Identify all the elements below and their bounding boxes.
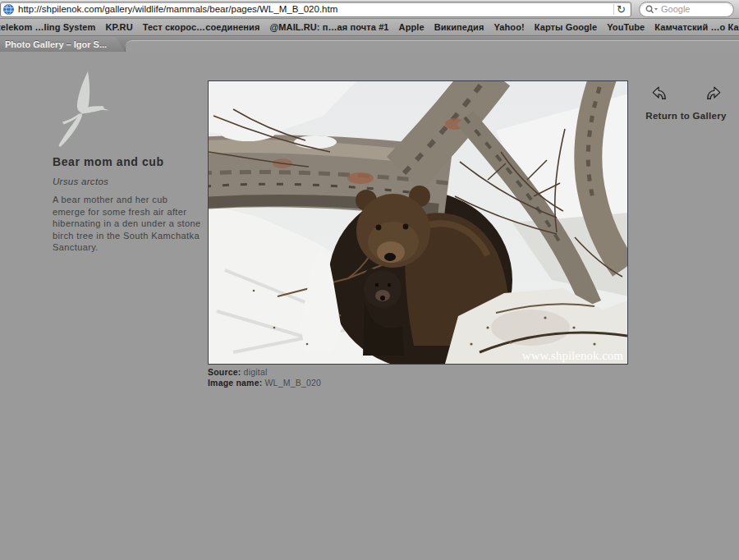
- page-content: Bear mom and cub Ursus arctos A bear mot…: [0, 52, 739, 560]
- bookmark-item[interactable]: Тест скорос…соединения: [143, 22, 260, 32]
- bookmark-item[interactable]: @MAIL.RU: п…ая почта #1: [270, 22, 389, 32]
- description-line: emerge for some fresh air after: [53, 206, 201, 218]
- image-name-value: WL_M_B_020: [262, 378, 321, 388]
- species-name: Ursus arctos: [53, 177, 108, 186]
- tab-photo-gallery[interactable]: Photo Gallery – Igor S...: [0, 37, 125, 52]
- url-text[interactable]: http://shpilenok.com/gallery/wildlife/ma…: [18, 4, 337, 14]
- image-name-label: Image name:: [208, 378, 262, 388]
- previous-photo-arrow-icon[interactable]: [650, 85, 668, 103]
- caption-image-name: Image name: WL_M_B_020: [208, 378, 628, 388]
- bookmarks-bar: telekom …ling System KP.RU Тест скорос…с…: [0, 19, 739, 36]
- source-value: digital: [241, 367, 268, 377]
- bookmark-item[interactable]: KP.RU: [105, 22, 132, 32]
- photo-block: www.shpilenok.com Source: digital Image …: [208, 80, 628, 388]
- bear-photo[interactable]: www.shpilenok.com: [208, 80, 628, 365]
- tab-bar-surface: [125, 40, 739, 52]
- browser-window: http://shpilenok.com/gallery/wildlife/ma…: [0, 0, 739, 560]
- description-line: hibernating in a den under a stone: [53, 218, 201, 230]
- page-title: Bear mom and cub: [53, 155, 164, 168]
- bookmark-item[interactable]: Yahoo!: [493, 22, 524, 32]
- magnifier-icon: [645, 5, 659, 14]
- bookmark-item[interactable]: Карты Google: [535, 22, 597, 32]
- bookmark-item[interactable]: Википедия: [434, 22, 484, 32]
- bookmark-item[interactable]: Камчатский …о Камчатке: [654, 22, 739, 32]
- refresh-icon[interactable]: ↻: [613, 4, 628, 15]
- address-bar[interactable]: http://shpilenok.com/gallery/wildlife/ma…: [0, 2, 631, 17]
- description-line: A bear mother and her cub: [53, 194, 201, 206]
- nav-arrows: [639, 85, 733, 103]
- tab-bar: Photo Gallery – Igor S...: [0, 37, 739, 52]
- bookmark-item[interactable]: YouTube: [607, 22, 645, 32]
- description-line: Sanctuary.: [53, 241, 201, 254]
- photo-caption: Source: digital Image name: WL_M_B_020: [208, 367, 628, 388]
- bookmark-item[interactable]: telekom …ling System: [0, 22, 95, 32]
- return-to-gallery-link[interactable]: Return to Gallery: [639, 111, 733, 121]
- next-photo-arrow-icon[interactable]: [705, 85, 723, 103]
- description-line: birch tree in the South Kamchatka: [53, 230, 201, 242]
- watermark-text: www.shpilenok.com: [522, 349, 624, 362]
- globe-icon: [3, 4, 14, 15]
- search-placeholder: Google: [661, 4, 690, 14]
- caption-source: Source: digital: [208, 367, 628, 378]
- gallery-navigation: Return to Gallery: [639, 85, 733, 121]
- search-input[interactable]: Google: [639, 2, 734, 17]
- bookmark-item[interactable]: Apple: [399, 22, 425, 32]
- photo-description: A bear mother and her cub emerge for som…: [53, 194, 201, 254]
- browser-toolbar: http://shpilenok.com/gallery/wildlife/ma…: [0, 0, 739, 19]
- flying-crane-logo: [49, 70, 118, 152]
- source-label: Source:: [208, 367, 241, 377]
